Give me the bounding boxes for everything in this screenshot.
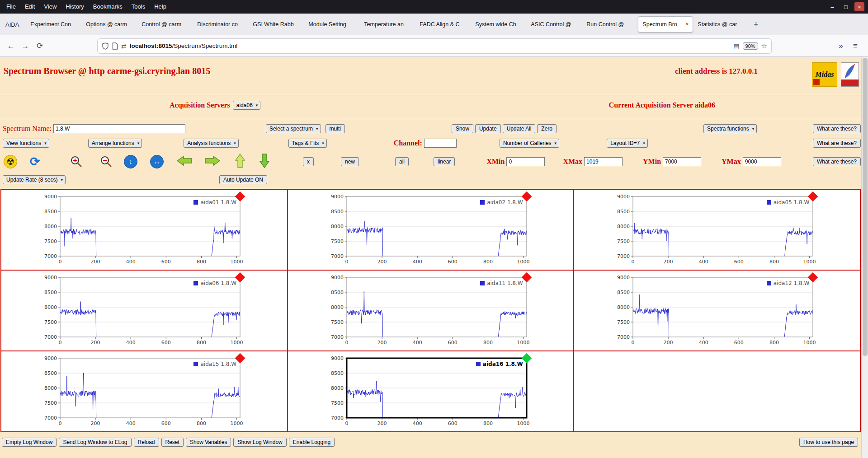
arrange-functions-select[interactable]: Arrange functions ▾: [88, 139, 142, 148]
auto-update-button[interactable]: Auto Update ON: [219, 175, 267, 184]
tab-system-wide-ch[interactable]: System wide Ch: [471, 16, 526, 33]
what-are-these-button-3[interactable]: What are these?: [813, 157, 861, 166]
spectrum-name-input[interactable]: [53, 124, 185, 133]
tab-gsi-white-rabb[interactable]: GSI White Rabb: [249, 16, 304, 33]
ymax-input[interactable]: [743, 157, 781, 166]
update-all-button[interactable]: Update All: [503, 124, 536, 133]
chart-aida15[interactable]: 7000750080008500900002004006008001000aid…: [32, 353, 245, 430]
tab-statistics-car[interactable]: Statistics @ car: [693, 16, 749, 33]
svg-text:800: 800: [769, 259, 779, 265]
x-button[interactable]: x: [303, 157, 314, 166]
window-close-button[interactable]: ×: [854, 2, 864, 11]
select-a-spectrum-select[interactable]: Select a spectrum ▾: [266, 124, 321, 133]
shield-icon[interactable]: [102, 42, 109, 50]
tab-spectrum-bro[interactable]: Spectrum Bro×: [638, 16, 693, 33]
xmin-input[interactable]: [506, 157, 545, 166]
menubar-item-history[interactable]: History: [61, 0, 88, 14]
bottom-button-show-variables[interactable]: Show Variables: [186, 438, 231, 447]
bottom-button-show-log-window[interactable]: Show Log Window: [233, 438, 286, 447]
zoom-in-icon[interactable]: [70, 155, 83, 168]
zoom-out-icon[interactable]: [99, 155, 113, 168]
update-rate-select[interactable]: Update Rate (8 secs) ▾: [3, 175, 66, 184]
analysis-functions-select[interactable]: Analysis functions ▾: [184, 139, 239, 148]
gallery-cell: 7000750080008500900002004006008001000aid…: [574, 190, 860, 270]
chart-aida16[interactable]: 7000750080008500900002004006008001000aid…: [319, 353, 531, 430]
tab-experiment-con[interactable]: Experiment Con: [26, 16, 81, 33]
spectra-functions-select[interactable]: Spectra functions ▾: [703, 124, 757, 133]
channel-input[interactable]: [424, 139, 457, 148]
tab-discriminator-co[interactable]: Discriminator co: [193, 16, 248, 33]
chart-aida01[interactable]: 7000750080008500900002004006008001000aid…: [32, 191, 245, 268]
new-tab-button[interactable]: +: [749, 18, 763, 31]
bottom-button-empty-log-window[interactable]: Empty Log Window: [2, 438, 57, 447]
blue-circle-unzoom-y-icon[interactable]: ↕: [124, 155, 137, 168]
window-maximize-button[interactable]: □: [841, 2, 851, 11]
tab-temperature-an[interactable]: Temperature an: [360, 16, 415, 33]
how-to-use-button[interactable]: How to use this page: [799, 438, 858, 447]
chart-aida02[interactable]: 7000750080008500900002004006008001000aid…: [319, 191, 531, 268]
gallery-next-icon[interactable]: [204, 155, 221, 168]
multi-button[interactable]: multi: [326, 124, 345, 133]
gallery-cell: 7000750080008500900002004006008001000aid…: [1, 271, 287, 351]
page-scrollbar[interactable]: [861, 57, 868, 458]
gallery-prev-icon[interactable]: [176, 155, 193, 168]
bottom-button-reload[interactable]: Reload: [134, 438, 159, 447]
gallery-down-icon[interactable]: [259, 153, 270, 170]
zero-button[interactable]: Zero: [537, 124, 557, 133]
chart-aida12[interactable]: 7000750080008500900002004006008001000aid…: [605, 272, 817, 349]
menubar-item-view[interactable]: View: [39, 0, 61, 14]
menubar-item-bookmarks[interactable]: Bookmarks: [89, 0, 127, 14]
acquisition-server-select[interactable]: aida06 ▾: [233, 101, 261, 110]
menubar-item-help[interactable]: Help: [150, 0, 171, 14]
reader-mode-icon[interactable]: ▤: [733, 42, 739, 50]
url-bar[interactable]: ⇄ localhost:8015/Spectrum/Spectrum.tml ▤…: [98, 39, 771, 53]
menubar-item-edit[interactable]: Edit: [20, 0, 39, 14]
permissions-swap-icon[interactable]: ⇄: [121, 42, 127, 50]
number-of-galleries-select[interactable]: Number of Galleries ▾: [500, 139, 559, 148]
tab-fadc-align-c[interactable]: FADC Align & C: [415, 16, 471, 33]
tags-and-fits-select[interactable]: Tags & Fits ▾: [288, 139, 327, 148]
chart-aida11[interactable]: 7000750080008500900002004006008001000aid…: [319, 272, 531, 349]
bookmark-star-icon[interactable]: ☆: [761, 42, 767, 50]
menubar-item-tools[interactable]: Tools: [127, 0, 150, 14]
what-are-these-button-1[interactable]: What are these?: [813, 124, 861, 133]
new-button[interactable]: new: [341, 157, 359, 166]
tab-control-carm[interactable]: Control @ carm: [137, 16, 193, 33]
menubar-item-file[interactable]: File: [2, 0, 20, 14]
layout-id-select[interactable]: Layout ID=7 ▾: [607, 139, 648, 148]
chart-aida05[interactable]: 7000750080008500900002004006008001000aid…: [605, 191, 817, 268]
refresh-icon[interactable]: ⟳: [28, 155, 42, 168]
radiation-icon[interactable]: ☢: [4, 155, 17, 168]
tcl-powered-logo[interactable]: [841, 62, 859, 87]
chart-aida06[interactable]: 7000750080008500900002004006008001000aid…: [32, 272, 245, 349]
back-button[interactable]: ←: [4, 39, 18, 53]
update-button[interactable]: Update: [475, 124, 501, 133]
bottom-button-enable-logging[interactable]: Enable Logging: [289, 438, 335, 447]
xmax-input[interactable]: [584, 157, 623, 166]
midas-logo[interactable]: Midas: [812, 62, 837, 87]
overflow-chevron-icon[interactable]: »: [834, 39, 848, 53]
tab-module-setting[interactable]: Module Setting: [304, 16, 359, 33]
linear-button[interactable]: linear: [434, 157, 455, 166]
gallery-up-icon[interactable]: [234, 153, 246, 170]
reload-button[interactable]: ⟳: [33, 39, 47, 53]
hamburger-menu-icon[interactable]: ≡: [848, 39, 863, 53]
tab-options-carm[interactable]: Options @ carm: [82, 16, 137, 33]
tab-run-control[interactable]: Run Control @: [582, 16, 637, 33]
ymin-input[interactable]: [663, 157, 701, 166]
tab-asic-control[interactable]: ASIC Control @: [527, 16, 582, 33]
svg-text:200: 200: [377, 421, 387, 426]
zoom-level-badge[interactable]: 90%: [743, 42, 758, 50]
bottom-button-reset[interactable]: Reset: [161, 438, 184, 447]
show-button[interactable]: Show: [452, 124, 473, 133]
forward-button[interactable]: →: [18, 39, 33, 53]
scrollbar-thumb[interactable]: [863, 58, 868, 356]
bottom-button-send-log-window-to-elog[interactable]: Send Log Window to ELog: [59, 438, 131, 447]
what-are-these-button-2[interactable]: What are these?: [813, 139, 861, 148]
tab-close-icon[interactable]: ×: [683, 21, 689, 28]
window-minimize-button[interactable]: –: [827, 2, 837, 11]
view-functions-select[interactable]: View functions ▾: [3, 139, 49, 148]
page-info-icon[interactable]: [112, 42, 118, 50]
all-button[interactable]: all: [395, 157, 409, 166]
blue-circle-unzoom-x-icon[interactable]: ↔: [150, 155, 164, 168]
